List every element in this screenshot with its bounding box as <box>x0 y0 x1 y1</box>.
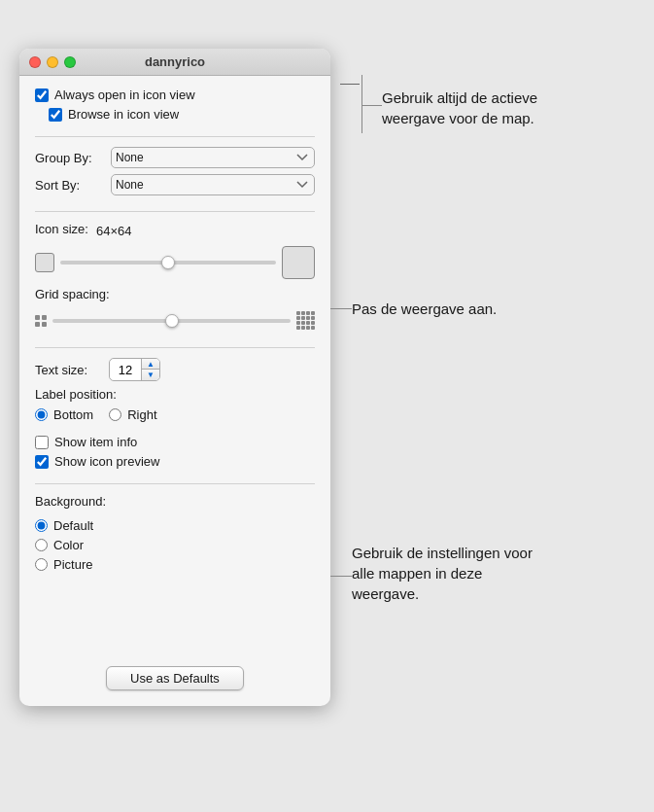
text-size-input[interactable] <box>110 363 141 377</box>
icon-size-slider-row <box>35 246 315 279</box>
grid-large-icon <box>296 311 315 330</box>
bg-default-row: Default <box>35 518 315 533</box>
grid-spacing-slider-row <box>35 311 315 330</box>
window-title: dannyrico <box>145 54 205 69</box>
label-right-row: Right <box>109 407 156 422</box>
use-as-defaults-button[interactable]: Use as Defaults <box>106 666 244 690</box>
always-open-checkbox[interactable] <box>35 88 49 102</box>
always-open-label: Always open in icon view <box>54 88 195 102</box>
group-sort-section: Group By: None Name Kind Date Modified S… <box>35 147 315 212</box>
label-position-label: Label position: <box>35 387 117 402</box>
group-by-select-wrapper: None Name Kind Date Modified <box>111 147 315 168</box>
panel-content: Always open in icon view Browse in icon … <box>19 76 330 608</box>
close-button[interactable] <box>29 56 41 68</box>
background-label: Background: <box>35 494 106 509</box>
grid-small-icon <box>35 315 47 327</box>
top-arrow-line <box>340 84 360 85</box>
group-by-label: Group By: <box>35 151 103 165</box>
text-size-up-button[interactable]: ▲ <box>142 359 159 370</box>
label-bottom-radio[interactable] <box>35 408 48 421</box>
grid-spacing-label: Grid spacing: <box>35 287 110 301</box>
icon-size-slider[interactable] <box>60 261 276 265</box>
bottom-area: Use as Defaults <box>19 656 330 706</box>
bottom-annotation-group: Gebruik de instellingen voor alle mappen… <box>330 543 644 604</box>
bg-color-radio[interactable] <box>35 539 48 551</box>
icon-size-label-row: Icon size: 64×64 <box>35 222 315 240</box>
label-right-label: Right <box>127 407 156 422</box>
bg-color-row: Color <box>35 538 315 552</box>
middle-line <box>330 308 352 309</box>
stepper-column: ▲ ▼ <box>141 359 159 380</box>
show-item-info-checkbox[interactable] <box>35 436 49 449</box>
browse-label: Browse in icon view <box>68 107 179 122</box>
title-bar: dannyrico <box>19 49 330 76</box>
show-item-info-label: Show item info <box>54 435 137 449</box>
label-right-radio[interactable] <box>109 408 121 421</box>
top-annotation-group: Gebruik altijd de actieve weergave voor … <box>330 70 644 133</box>
top-bracket <box>330 84 360 85</box>
label-bottom-label: Bottom <box>53 407 93 422</box>
view-options-section: Always open in icon view Browse in icon … <box>35 88 315 137</box>
label-bottom-row: Bottom <box>35 407 93 422</box>
group-by-select[interactable]: None Name Kind Date Modified <box>111 147 315 168</box>
bg-picture-radio[interactable] <box>35 558 48 571</box>
icon-small <box>35 253 54 272</box>
background-section: Background: Default Color Picture <box>35 494 315 586</box>
show-icon-preview-checkbox[interactable] <box>35 455 49 469</box>
bottom-annotation-text: Gebruik de instellingen voor alle mappen… <box>352 543 546 604</box>
background-label-row: Background: <box>35 494 315 512</box>
maximize-button[interactable] <box>64 56 76 68</box>
bg-picture-row: Picture <box>35 557 315 572</box>
middle-annotation-group: Pas de weergave aan. <box>330 299 644 319</box>
top-annotation-text: Gebruik altijd de actieve weergave voor … <box>382 88 576 128</box>
text-size-down-button[interactable]: ▼ <box>142 370 159 380</box>
bg-default-label: Default <box>53 518 93 533</box>
title-bar-buttons <box>29 56 76 68</box>
browse-row: Browse in icon view <box>35 107 315 122</box>
text-size-stepper: ▲ ▼ <box>109 358 160 381</box>
icon-grid-section: Icon size: 64×64 Grid spacing: <box>35 222 315 348</box>
minimize-button[interactable] <box>47 56 58 68</box>
bg-color-label: Color <box>53 538 84 552</box>
text-label-section: Text size: ▲ ▼ Label position: <box>35 358 315 484</box>
show-icon-preview-row: Show icon preview <box>35 454 315 469</box>
top-bracket-line <box>361 75 362 133</box>
middle-annotation-text: Pas de weergave aan. <box>352 299 497 319</box>
text-size-label: Text size: <box>35 363 103 377</box>
sort-by-row: Sort By: None Name Kind <box>35 174 315 195</box>
annotations-panel: Gebruik altijd de actieve weergave voor … <box>330 39 644 812</box>
page-layout: dannyrico Always open in icon view Brows… <box>0 19 654 812</box>
icon-size-label: Icon size: <box>35 222 88 236</box>
bg-picture-label: Picture <box>53 557 92 572</box>
group-by-row: Group By: None Name Kind Date Modified <box>35 147 315 168</box>
grid-spacing-slider[interactable] <box>52 319 291 323</box>
bg-default-radio[interactable] <box>35 519 48 532</box>
text-size-row: Text size: ▲ ▼ <box>35 358 315 381</box>
icon-large <box>282 246 315 279</box>
show-icon-preview-label: Show icon preview <box>54 454 159 469</box>
empty-space <box>19 608 330 656</box>
label-position-group: Bottom Right <box>35 407 315 427</box>
sort-by-select-wrapper: None Name Kind <box>111 174 315 195</box>
icon-size-value: 64×64 <box>96 224 132 238</box>
show-item-info-row: Show item info <box>35 435 315 449</box>
sort-by-select[interactable]: None Name Kind <box>111 174 315 195</box>
grid-spacing-label-row: Grid spacing: <box>35 287 315 305</box>
window-panel: dannyrico Always open in icon view Brows… <box>19 49 330 706</box>
top-middle-line <box>362 105 382 106</box>
bottom-line <box>330 576 352 577</box>
browse-checkbox[interactable] <box>49 108 62 122</box>
label-position-row: Label position: <box>35 387 315 402</box>
always-open-row: Always open in icon view <box>35 88 315 102</box>
sort-by-label: Sort By: <box>35 178 103 193</box>
